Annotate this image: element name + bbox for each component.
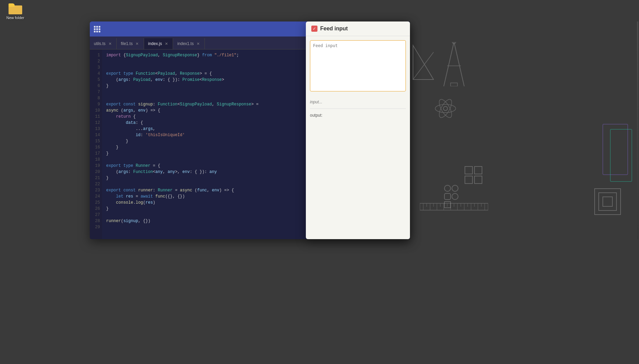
teal-rect-decoration — [610, 129, 632, 182]
feed-divider — [310, 108, 406, 109]
background-decorations — [410, 21, 638, 239]
tab-index-js[interactable]: index.js ✕ — [144, 38, 173, 49]
tab-close-utils[interactable]: ✕ — [108, 41, 112, 46]
svg-rect-15 — [420, 203, 488, 210]
feed-input-label: input... — [306, 97, 410, 107]
svg-point-10 — [437, 98, 454, 119]
figma-icon — [444, 185, 459, 208]
desktop-folder[interactable]: New folder — [3, 3, 27, 20]
svg-line-1 — [413, 52, 434, 79]
tab-label: file1.ts — [121, 41, 133, 46]
svg-rect-13 — [465, 176, 472, 184]
svg-rect-42 — [603, 197, 612, 206]
triangle-decoration-icon — [410, 42, 437, 83]
svg-rect-11 — [465, 166, 472, 174]
tab-close-index1[interactable]: ✕ — [196, 41, 200, 46]
tab-index1-ts[interactable]: index1.ts ✕ — [173, 38, 205, 49]
svg-rect-41 — [599, 193, 616, 210]
nested-rects-icon — [594, 188, 621, 215]
line-numbers: 12345 678910 1112131415 1617181920 21222… — [90, 49, 102, 239]
feed-textarea[interactable] — [310, 40, 406, 91]
svg-rect-5 — [451, 83, 457, 86]
tab-utils-ts[interactable]: utils.ts ✕ — [90, 38, 117, 49]
folder-label: New folder — [6, 16, 25, 20]
svg-point-6 — [452, 42, 456, 44]
compass-icon — [437, 42, 471, 86]
svg-rect-38 — [452, 193, 458, 200]
svg-line-2 — [444, 42, 454, 86]
atom-icon — [434, 97, 457, 120]
folder-icon — [9, 3, 22, 14]
grid-decoration-icon — [464, 166, 483, 185]
svg-line-3 — [454, 42, 464, 86]
feed-panel-header: ✓ Feed input — [306, 21, 410, 36]
ruler-icon — [420, 202, 488, 212]
feed-panel-title: Feed input — [320, 26, 348, 32]
svg-rect-36 — [452, 185, 458, 191]
svg-rect-40 — [595, 189, 621, 215]
feed-panel: ✓ Feed input input... output: — [306, 21, 410, 239]
svg-point-9 — [437, 98, 454, 119]
feed-textarea-wrapper — [306, 36, 410, 97]
svg-marker-0 — [413, 45, 434, 79]
tab-close-index[interactable]: ✕ — [164, 41, 169, 46]
svg-rect-12 — [474, 166, 482, 174]
tab-file1-ts[interactable]: file1.ts ✕ — [117, 38, 144, 49]
feed-checkbox[interactable]: ✓ — [311, 26, 317, 32]
tab-label: index1.ts — [177, 41, 194, 46]
tab-label: utils.ts — [94, 41, 105, 46]
svg-point-8 — [435, 104, 456, 113]
grid-icon[interactable] — [94, 26, 100, 32]
svg-point-7 — [443, 106, 448, 111]
vertical-line-decoration — [637, 21, 638, 239]
svg-rect-39 — [444, 202, 451, 208]
tab-label: index.js — [148, 41, 162, 46]
svg-rect-37 — [444, 193, 451, 200]
title-bar-left — [94, 26, 100, 32]
svg-rect-35 — [444, 185, 451, 191]
feed-output-label: output: — [306, 110, 410, 120]
tab-close-file1[interactable]: ✕ — [135, 41, 140, 46]
svg-rect-14 — [474, 176, 482, 184]
purple-rect-decoration — [602, 124, 628, 175]
